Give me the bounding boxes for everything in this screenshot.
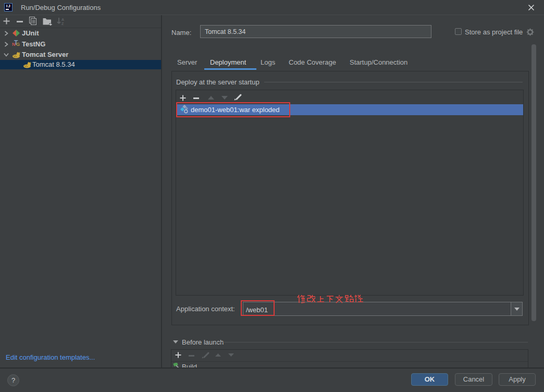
svg-text:Z: Z [61, 22, 64, 26]
svg-text:A: A [61, 18, 64, 21]
